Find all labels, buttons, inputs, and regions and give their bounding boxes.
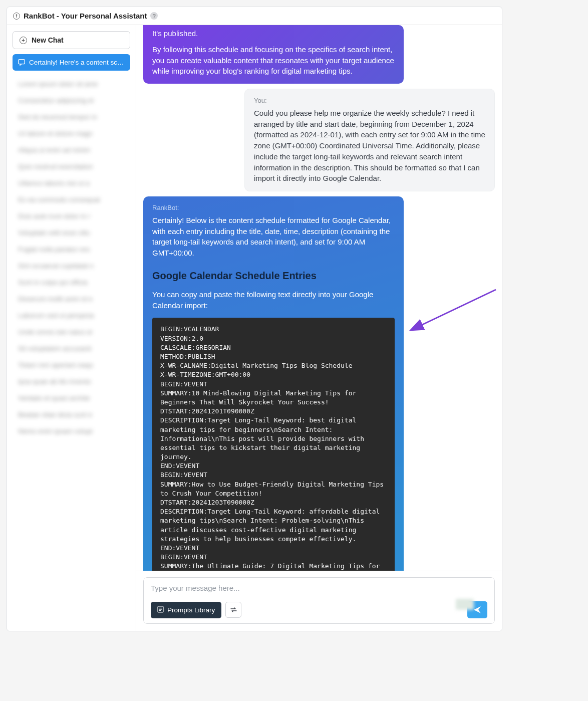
sidebar-item-label: Certainly! Here's a content schedu... — [29, 59, 125, 66]
sidebar-item-label: Sed do eiusmod tempor in — [18, 113, 97, 121]
sidebar-item-label: Duis aute irure dolor in r — [18, 212, 90, 220]
svg-point-0 — [16, 14, 18, 16]
new-chat-button[interactable]: + New Chat — [13, 31, 130, 49]
sidebar-item[interactable]: Ut labore et dolore magn — [13, 125, 130, 142]
sidebar-item-active[interactable]: Certainly! Here's a content schedu... — [13, 54, 130, 71]
sidebar-item[interactable]: Ullamco laboris nisi ut a — [13, 175, 130, 191]
send-icon — [473, 606, 482, 614]
sidebar-item[interactable]: Deserunt mollit anim id e — [13, 291, 130, 307]
sidebar-item[interactable]: Unde omnis iste natus er — [13, 324, 130, 340]
obscured-region — [456, 599, 474, 610]
app-logo-icon — [13, 13, 20, 20]
plus-circle-icon: + — [20, 37, 27, 44]
user-message: You: Could you please help me organize t… — [244, 89, 495, 191]
prompts-label: Prompts Library — [167, 606, 215, 614]
sidebar-item-label: Sunt in culpa qui officia — [18, 279, 88, 286]
sidebar-item-label: Sit voluptatem accusanti — [18, 345, 91, 352]
regenerate-button[interactable] — [225, 602, 241, 618]
sidebar-item-label: Voluptate velit esse cillu — [18, 229, 90, 237]
sidebar-item[interactable]: Ipsa quae ab illo invento — [13, 373, 130, 390]
composer: Prompts Library — [136, 571, 502, 631]
sidebar-item[interactable]: Veritatis et quasi archite — [13, 390, 130, 406]
sidebar-item-label: Lorem ipsum dolor sit ame — [18, 80, 98, 88]
message-text: It's published. — [152, 25, 395, 39]
compose-box: Prompts Library — [143, 577, 495, 624]
sidebar-item[interactable]: Aliqua ut enim ad minim — [13, 142, 130, 158]
chat-area: It's published. By following this schedu… — [136, 25, 502, 631]
sidebar-item-label: Fugiat nulla pariatur exc — [18, 246, 90, 253]
message-text: Certainly! Below is the content schedule… — [152, 215, 395, 259]
sidebar-item-label: Totam rem aperiam eaqu — [18, 361, 93, 369]
sidebar-item[interactable]: Nemo enim ipsam volupt — [13, 423, 130, 439]
sender-label: RankBot: — [152, 203, 395, 213]
sidebar-item-label: Unde omnis iste natus er — [18, 328, 93, 336]
sidebar-item[interactable]: Consectetur adipiscing el — [13, 92, 130, 109]
message-text: By following this schedule and focusing … — [152, 44, 395, 77]
help-icon[interactable]: ? — [150, 12, 158, 20]
sidebar-item[interactable]: Quis nostrud exercitation — [13, 158, 130, 175]
sidebar-item-label: Ullamco laboris nisi ut a — [18, 179, 90, 187]
app-window: RankBot - Your Personal Assistant ? + Ne… — [7, 7, 502, 631]
chat-icon — [18, 59, 25, 66]
sidebar-item-label: Veritatis et quasi archite — [18, 394, 90, 402]
sidebar-item-label: Consectetur adipiscing el — [18, 97, 94, 104]
sidebar-item-label: Beatae vitae dicta sunt e — [18, 411, 92, 418]
message-input[interactable] — [151, 584, 487, 592]
sidebar-item-label: Quis nostrud exercitation — [18, 163, 93, 170]
sidebar-item-label: Aliqua ut enim ad minim — [18, 146, 90, 154]
sidebar-item[interactable]: Duis aute irure dolor in r — [13, 208, 130, 224]
sidebar-item[interactable]: Beatae vitae dicta sunt e — [13, 406, 130, 423]
sidebar-item-label: Nemo enim ipsam volupt — [18, 427, 93, 435]
new-chat-label: New Chat — [32, 36, 64, 44]
sidebar-item[interactable]: Lorem ipsum dolor sit ame — [13, 76, 130, 92]
document-icon — [157, 606, 164, 614]
message-text: Could you please help me organize the we… — [254, 108, 485, 184]
compose-actions: Prompts Library — [151, 601, 487, 618]
bot-message-prev-tail: It's published. By following this schedu… — [143, 25, 404, 84]
messages-scroll[interactable]: It's published. By following this schedu… — [136, 25, 502, 571]
ics-code-block[interactable]: BEGIN:VCALENDAR VERSION:2.0 CALSCALE:GRE… — [152, 318, 395, 571]
section-heading: Google Calendar Schedule Entries — [152, 269, 395, 283]
sidebar-item[interactable]: Sunt in culpa qui officia — [13, 274, 130, 291]
app-body: + New Chat Certainly! Here's a content s… — [7, 25, 502, 631]
sidebar-item[interactable]: Laborum sed ut perspicia — [13, 307, 130, 324]
sidebar-item-label: Ut labore et dolore magn — [18, 130, 93, 137]
app-title: RankBot - Your Personal Assistant — [24, 12, 147, 20]
message-text: You can copy and paste the following tex… — [152, 289, 395, 311]
sidebar-item[interactable]: Voluptate velit esse cillu — [13, 224, 130, 241]
sidebar-item[interactable]: Fugiat nulla pariatur exc — [13, 241, 130, 258]
sidebar-item[interactable]: Sint occaecat cupidatat n — [13, 258, 130, 274]
sidebar-item-label: Ipsa quae ab illo invento — [18, 378, 91, 385]
prompts-library-button[interactable]: Prompts Library — [151, 602, 221, 618]
sidebar-item-label: Sint occaecat cupidatat n — [18, 262, 94, 270]
sidebar-item[interactable]: Sed do eiusmod tempor in — [13, 109, 130, 125]
sidebar-item[interactable]: Totam rem aperiam eaqu — [13, 357, 130, 373]
loop-icon — [230, 607, 237, 613]
sidebar-item[interactable]: Ex ea commodo consequat — [13, 191, 130, 208]
sender-label: You: — [254, 96, 485, 106]
sidebar-item[interactable]: Sit voluptatem accusanti — [13, 340, 130, 357]
sidebar-item-label: Laborum sed ut perspicia — [18, 312, 94, 319]
app-header: RankBot - Your Personal Assistant ? — [7, 7, 502, 25]
sidebar: + New Chat Certainly! Here's a content s… — [7, 25, 136, 631]
sidebar-item-label: Deserunt mollit anim id e — [18, 295, 93, 303]
sidebar-item-label: Ex ea commodo consequat — [18, 196, 100, 203]
svg-rect-1 — [19, 60, 25, 64]
bot-message: RankBot: Certainly! Below is the content… — [143, 196, 404, 571]
